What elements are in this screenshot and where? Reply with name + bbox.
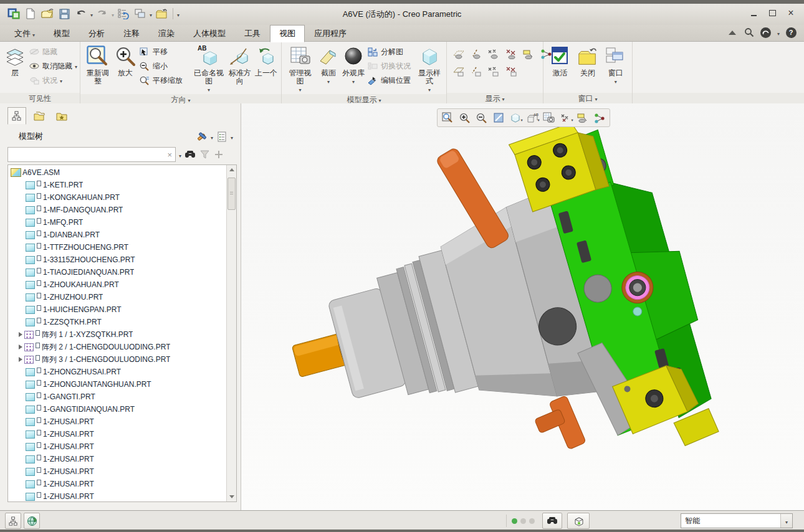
annotation-display-toggle[interactable] <box>522 49 535 60</box>
tab-渲染[interactable]: 渲染 <box>149 25 184 42</box>
refit-button[interactable]: 重新调整 <box>83 44 113 86</box>
view-manager-button[interactable] <box>541 110 557 125</box>
spin-center-button[interactable] <box>591 110 607 125</box>
pan-button[interactable]: 平移 <box>139 46 191 57</box>
close-window-ribbon-button[interactable]: 关闭 <box>574 44 602 78</box>
tree-settings-dropdown-icon[interactable] <box>231 131 233 142</box>
activate-button[interactable]: 激活 <box>546 44 574 78</box>
tab-注释[interactable]: 注释 <box>114 25 149 42</box>
scroll-down-icon[interactable] <box>227 492 236 501</box>
tree-item[interactable]: 阵列 1 / 1-XYZSQTKH.PRT <box>8 328 226 341</box>
tree-item[interactable]: 1-ZHUZHOU.PRT <box>8 291 226 303</box>
help-button[interactable]: ? <box>785 27 797 38</box>
plane-display-toggle[interactable] <box>452 49 466 60</box>
tree-scrollbar[interactable] <box>226 165 236 501</box>
find-icon[interactable] <box>184 149 196 160</box>
status-find-button[interactable] <box>542 513 562 529</box>
axis-tag-display-toggle[interactable] <box>469 66 483 77</box>
tree-item[interactable]: 阵列 3 / 1-CHENGDOULUODING.PRT <box>8 353 226 366</box>
minimize-button[interactable] <box>747 7 760 19</box>
scroll-thumb[interactable] <box>227 178 236 210</box>
add-filter-icon[interactable] <box>213 149 224 160</box>
tree-item[interactable]: 1-ZHUSAI.PRT <box>8 478 226 490</box>
selection-filter-dropdown[interactable] <box>780 514 792 528</box>
tab-工具[interactable]: 工具 <box>235 25 270 42</box>
tree-item[interactable]: 1-33115ZHOUCHENG.PRT <box>8 254 226 266</box>
point-display-toggle[interactable] <box>487 49 500 60</box>
panel-tab-model-tree[interactable] <box>7 107 26 125</box>
tree-search-input[interactable] <box>8 149 164 160</box>
selection-box-button[interactable] <box>567 513 590 529</box>
repaint-button[interactable] <box>491 110 506 125</box>
display-style-view-button[interactable] <box>507 110 523 125</box>
graphics-viewport[interactable]: AB <box>241 103 804 511</box>
command-search-button[interactable] <box>744 27 755 38</box>
tree-item[interactable]: 1-KONGKAHUAN.PRT <box>8 191 226 204</box>
sections-dropdown-icon[interactable] <box>327 77 330 85</box>
redo-dropdown-icon[interactable] <box>112 8 114 19</box>
zoom-in-button[interactable]: 放大 <box>113 44 138 78</box>
previous-view-button[interactable]: 上一个 <box>254 44 279 78</box>
tab-人体模型[interactable]: 人体模型 <box>184 25 235 42</box>
tree-item[interactable]: 1-ZHUSAI.PRT <box>8 453 226 465</box>
tab-分析[interactable]: 分析 <box>79 25 114 42</box>
expand-arrow-icon[interactable] <box>17 332 24 337</box>
tree-item[interactable]: 1-ZZSQTKH.PRT <box>8 316 226 328</box>
csys-display-toggle[interactable] <box>504 49 518 60</box>
search-dropdown-icon[interactable] <box>179 149 181 160</box>
panel-tab-favorites[interactable] <box>52 107 71 125</box>
tab-模型[interactable]: 模型 <box>44 25 79 42</box>
redo-button[interactable] <box>95 6 110 21</box>
3d-model[interactable] <box>241 103 804 508</box>
app-window-icon[interactable] <box>6 6 21 21</box>
zoom-out-view-button[interactable] <box>474 110 489 125</box>
scroll-up-icon[interactable] <box>227 165 236 174</box>
new-file-button[interactable] <box>23 6 38 21</box>
collapse-ribbon-button[interactable] <box>727 27 738 38</box>
expand-arrow-icon[interactable] <box>17 344 24 349</box>
point-tag-display-toggle[interactable] <box>487 66 500 77</box>
plane-tag-display-toggle[interactable] <box>452 66 466 77</box>
tree-item[interactable]: 1-ZHUSAI.PRT <box>8 416 226 428</box>
layers-button[interactable]: 层 <box>2 44 27 78</box>
csys-tag-display-toggle[interactable] <box>504 66 518 77</box>
manage-views-dropdown-icon[interactable] <box>299 85 302 93</box>
tree-item[interactable]: 1-ZHUSAI.PRT <box>8 490 226 502</box>
windows-dropdown-icon[interactable] <box>615 77 617 85</box>
appearances-button[interactable]: 外观库 <box>341 44 366 86</box>
panel-tab-folder-browser[interactable] <box>30 107 49 125</box>
tree-item[interactable]: 1-GANGTI.PRT <box>8 391 226 403</box>
window-group-dropdown-icon[interactable] <box>595 93 597 104</box>
tree-item[interactable]: 1-MF-DANGQUAN.PRT <box>8 204 226 216</box>
tree-item[interactable]: 1-MFQ.PRT <box>8 216 226 229</box>
unhide-button[interactable]: 取消隐藏 <box>29 60 77 72</box>
named-views-dropdown-icon[interactable] <box>208 85 210 93</box>
close-window-button[interactable] <box>154 6 169 21</box>
appearances-dropdown-icon[interactable] <box>352 77 355 85</box>
tree-item[interactable]: 阵列 2 / 1-CHENGDOULUODING.PRT <box>8 341 226 353</box>
pan-zoom-button[interactable]: 平移缩放 <box>139 75 191 86</box>
tab-文件[interactable]: 文件 <box>5 25 44 42</box>
toggle-status-button[interactable]: 切换状况 <box>367 60 414 72</box>
switch-windows-button[interactable] <box>133 6 148 21</box>
tree-item[interactable]: 1-ZHUSAI.PRT <box>8 428 226 440</box>
resource-center-dropdown-icon[interactable] <box>777 27 780 38</box>
refit-view-button[interactable] <box>440 110 456 125</box>
tree-item[interactable]: A6VE.ASM <box>8 166 226 179</box>
tree-item[interactable]: 1-ZHONGZHUSAI.PRT <box>8 366 226 378</box>
save-button[interactable] <box>57 6 72 21</box>
tab-视图[interactable]: 视图 <box>270 25 305 42</box>
tree-item[interactable]: 1-KETI.PRT <box>8 179 226 191</box>
display-style-dropdown-icon[interactable] <box>428 85 431 93</box>
tab-应用程序[interactable]: 应用程序 <box>305 25 356 42</box>
hide-button[interactable]: 隐藏 <box>29 46 77 57</box>
standard-orientation-button[interactable]: 标准方向 <box>226 44 254 86</box>
saved-orientations-button[interactable]: AB <box>524 110 540 125</box>
tree-tools-dropdown-icon[interactable] <box>211 131 213 142</box>
exploded-view-button[interactable]: 分解图 <box>367 46 414 57</box>
selection-filter-combo[interactable]: 智能 <box>681 513 793 528</box>
named-views-button[interactable]: AB 已命名视图 <box>192 44 226 94</box>
status-dropdown-icon[interactable] <box>60 76 62 85</box>
expand-arrow-icon[interactable] <box>17 357 24 362</box>
edit-position-button[interactable]: 编辑位置 <box>367 75 414 86</box>
